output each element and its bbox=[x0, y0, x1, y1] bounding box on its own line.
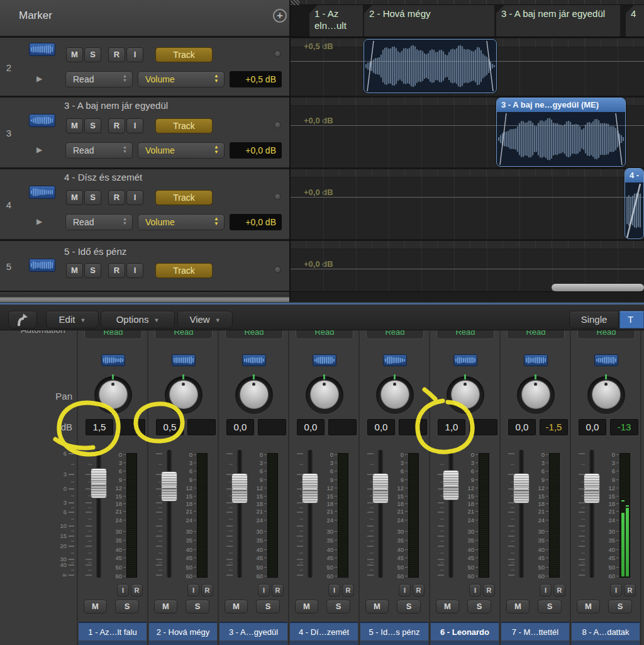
automation-read-button[interactable]: Read bbox=[366, 330, 424, 339]
volume-db-field[interactable]: 0,0 bbox=[508, 419, 536, 435]
channel-name[interactable]: 4 - Dí…zemét bbox=[290, 622, 358, 641]
peak-level-field[interactable] bbox=[469, 419, 497, 435]
volume-db-field[interactable]: 1,0 bbox=[438, 419, 465, 435]
peak-level-field[interactable] bbox=[328, 419, 357, 435]
bar-ruler[interactable] bbox=[291, 0, 644, 5]
automation-read-button[interactable]: Read bbox=[507, 330, 565, 339]
marker[interactable]: 1 - Az eln…ult bbox=[309, 5, 363, 36]
automation-target-button[interactable]: Track bbox=[155, 263, 213, 278]
volume-db-field[interactable]: 0,0 bbox=[579, 419, 606, 435]
solo-button[interactable]: S bbox=[608, 600, 632, 614]
record-enable-button[interactable]: R bbox=[108, 118, 125, 133]
fader-cap[interactable] bbox=[91, 468, 107, 498]
tracks-view-button[interactable]: T bbox=[619, 311, 644, 328]
disclosure-triangle-icon[interactable]: ▶ bbox=[36, 217, 42, 226]
fader-cap[interactable] bbox=[302, 473, 318, 503]
automation-parameter-dropdown[interactable]: Volume ▲▼ bbox=[138, 142, 225, 159]
fader-track[interactable] bbox=[308, 450, 313, 578]
input-button[interactable]: I bbox=[610, 584, 622, 597]
track-row[interactable]: 4 4 - Dísz és szemét M S R I Track ▶ bbox=[0, 169, 289, 239]
input-button[interactable]: I bbox=[187, 584, 199, 597]
record-button[interactable]: R bbox=[201, 584, 213, 597]
mute-button[interactable]: M bbox=[84, 600, 107, 614]
solo-button[interactable]: S bbox=[397, 600, 421, 614]
mute-button[interactable]: M bbox=[66, 263, 83, 278]
disclosure-triangle-icon[interactable]: ▶ bbox=[36, 145, 42, 154]
automation-mode-dropdown[interactable]: Read ▲▼ bbox=[65, 71, 133, 87]
solo-button[interactable]: S bbox=[84, 118, 101, 133]
mute-button[interactable]: M bbox=[66, 47, 83, 62]
automation-mode-dropdown[interactable]: Read ▲▼ bbox=[65, 142, 133, 159]
disclosure-triangle-icon[interactable]: ▶ bbox=[36, 74, 42, 83]
record-button[interactable]: R bbox=[553, 584, 565, 597]
record-enable-button[interactable]: R bbox=[108, 47, 125, 62]
automation-target-button[interactable]: Track bbox=[155, 190, 213, 205]
fader-cap[interactable] bbox=[443, 470, 459, 500]
automation-read-button[interactable]: Read bbox=[577, 330, 635, 339]
mute-button[interactable]: M bbox=[66, 190, 83, 205]
mute-button[interactable]: M bbox=[225, 600, 248, 614]
audio-region[interactable] bbox=[364, 39, 497, 93]
peak-level-field[interactable] bbox=[187, 419, 216, 435]
solo-button[interactable]: S bbox=[115, 600, 139, 614]
single-view-button[interactable]: Single bbox=[569, 311, 619, 328]
channel-name[interactable]: 1 - Az…lt falu bbox=[79, 622, 147, 641]
solo-button[interactable]: S bbox=[84, 263, 101, 278]
input-monitor-button[interactable]: I bbox=[126, 263, 143, 278]
input-monitor-button[interactable]: I bbox=[126, 118, 143, 133]
volume-db-field[interactable]: 0,5 bbox=[156, 419, 184, 435]
add-marker-button[interactable]: + bbox=[273, 9, 287, 23]
fader-cap[interactable] bbox=[231, 473, 248, 503]
mute-button[interactable]: M bbox=[154, 600, 177, 614]
marker[interactable]: 4 bbox=[626, 5, 644, 36]
peak-level-field[interactable]: -1,5 bbox=[540, 419, 568, 435]
automation-line[interactable] bbox=[291, 197, 644, 198]
fader-cap[interactable] bbox=[584, 473, 600, 503]
fader-track[interactable] bbox=[589, 450, 594, 578]
input-button[interactable]: I bbox=[258, 584, 270, 597]
input-button[interactable]: I bbox=[117, 584, 129, 597]
channel-name[interactable]: 3 - A…gyedül bbox=[219, 622, 287, 641]
input-button[interactable]: I bbox=[399, 584, 411, 597]
automation-value-field[interactable]: +0,0 dB bbox=[230, 214, 282, 230]
channel-name[interactable]: 7 - M…ttettél bbox=[501, 622, 569, 641]
automation-target-button[interactable]: Track bbox=[155, 47, 213, 62]
automation-read-button[interactable]: Read bbox=[436, 330, 494, 339]
automation-mode-dropdown[interactable]: Read ▲▼ bbox=[65, 214, 133, 230]
audio-region[interactable]: 4 - bbox=[625, 168, 644, 239]
audio-region[interactable]: 3 - A baj ne…gyedül (ME) bbox=[496, 98, 626, 167]
channel-name[interactable]: 8 - A…dattak bbox=[572, 622, 640, 641]
automation-parameter-dropdown[interactable]: Volume ▲▼ bbox=[138, 214, 225, 230]
record-button[interactable]: R bbox=[272, 584, 284, 597]
solo-button[interactable]: S bbox=[84, 47, 101, 62]
mute-button[interactable]: M bbox=[506, 600, 530, 614]
menu-button[interactable]: Edit▼ bbox=[46, 311, 99, 328]
record-button[interactable]: R bbox=[483, 584, 495, 597]
mute-button[interactable]: M bbox=[365, 600, 389, 614]
record-button[interactable]: R bbox=[624, 584, 636, 597]
input-button[interactable]: I bbox=[540, 584, 552, 597]
solo-button[interactable]: S bbox=[84, 190, 101, 205]
automation-parameter-dropdown[interactable]: Volume ▲▼ bbox=[138, 71, 225, 87]
solo-button[interactable]: S bbox=[326, 600, 350, 614]
mute-button[interactable]: M bbox=[577, 600, 600, 614]
fader-cap[interactable] bbox=[513, 473, 530, 503]
track-lane[interactable]: +0,0 dB bbox=[291, 169, 644, 239]
record-enable-button[interactable]: R bbox=[108, 263, 125, 278]
solo-button[interactable]: S bbox=[186, 600, 209, 614]
channel-name[interactable]: 2 - Hová mégy bbox=[149, 622, 217, 641]
channel-name[interactable]: 5 - Id…s pénz bbox=[360, 622, 428, 641]
fader-track[interactable] bbox=[237, 450, 242, 578]
input-monitor-button[interactable]: I bbox=[126, 47, 143, 62]
automation-target-button[interactable]: Track bbox=[155, 118, 213, 133]
mute-button[interactable]: M bbox=[295, 600, 318, 614]
peak-level-field[interactable] bbox=[399, 419, 427, 435]
automation-read-button[interactable]: Read bbox=[296, 330, 353, 339]
automation-value-field[interactable]: +0,5 dB bbox=[230, 71, 282, 87]
solo-button[interactable]: S bbox=[538, 600, 562, 614]
mute-button[interactable]: M bbox=[66, 118, 83, 133]
automation-line[interactable] bbox=[291, 61, 644, 62]
peak-level-field[interactable] bbox=[258, 419, 286, 435]
input-button[interactable]: I bbox=[328, 584, 340, 597]
horizontal-scrollbar-thumb[interactable] bbox=[552, 284, 644, 291]
